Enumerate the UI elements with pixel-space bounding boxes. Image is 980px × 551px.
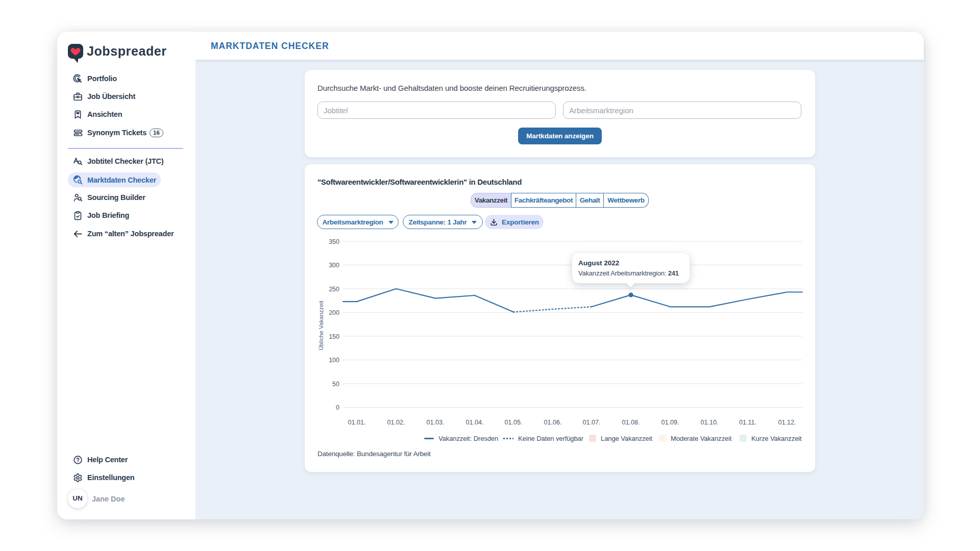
svg-text:01.01.: 01.01.: [348, 419, 366, 426]
svg-text:01.05.: 01.05.: [505, 419, 523, 426]
svg-text:01.07.: 01.07.: [583, 419, 601, 426]
svg-text:01.09.: 01.09.: [662, 419, 679, 426]
svg-text:150: 150: [329, 333, 339, 340]
svg-text:0: 0: [336, 404, 339, 411]
svg-text:300: 300: [329, 262, 339, 269]
svg-text:01.11.: 01.11.: [739, 419, 756, 426]
svg-text:Übliche Vakanzzeit: Übliche Vakanzzeit: [318, 300, 324, 350]
svg-text:01.10.: 01.10.: [701, 419, 719, 426]
svg-text:01.12.: 01.12.: [778, 419, 796, 426]
svg-text:200: 200: [329, 309, 339, 316]
svg-text:350: 350: [329, 238, 339, 245]
svg-text:01.04.: 01.04.: [466, 419, 484, 426]
svg-text:01.08.: 01.08.: [622, 419, 640, 426]
svg-text:50: 50: [332, 381, 339, 388]
svg-text:01.02.: 01.02.: [387, 419, 405, 426]
svg-text:01.06.: 01.06.: [544, 419, 562, 426]
svg-text:250: 250: [329, 286, 339, 293]
svg-text:01.03.: 01.03.: [427, 419, 445, 426]
svg-text:100: 100: [329, 357, 339, 364]
